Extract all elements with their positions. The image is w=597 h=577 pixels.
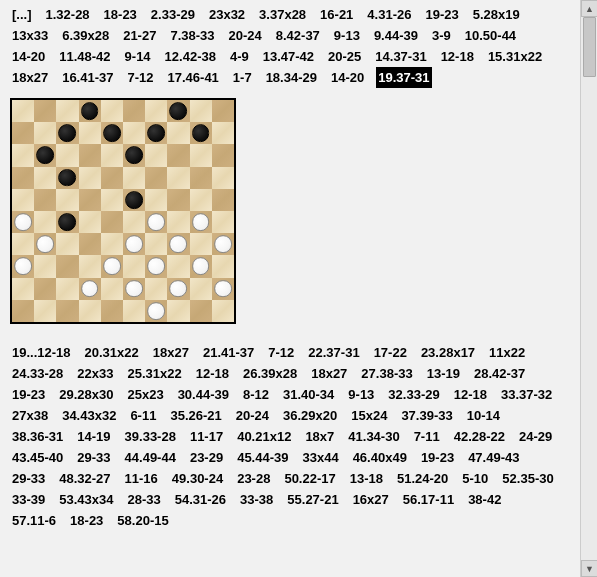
dark-square[interactable] bbox=[167, 189, 189, 211]
dark-square[interactable] bbox=[101, 211, 123, 233]
dark-square[interactable] bbox=[56, 167, 78, 189]
move-token[interactable]: 19...12-18 bbox=[10, 342, 73, 363]
white-piece[interactable] bbox=[14, 213, 32, 231]
move-token[interactable]: 40.21x12 bbox=[235, 426, 293, 447]
dark-square[interactable] bbox=[12, 122, 34, 144]
dark-square[interactable] bbox=[12, 211, 34, 233]
move-token[interactable]: 57.11-6 bbox=[10, 510, 58, 531]
white-piece[interactable] bbox=[214, 280, 232, 298]
move-token[interactable]: 32.33-29 bbox=[386, 384, 441, 405]
move-token[interactable]: 26.39x28 bbox=[241, 363, 299, 384]
dark-square[interactable] bbox=[101, 255, 123, 277]
black-piece[interactable] bbox=[170, 102, 188, 120]
dark-square[interactable] bbox=[12, 167, 34, 189]
move-token[interactable]: 14-20 bbox=[10, 46, 47, 67]
move-token[interactable]: 12.42-38 bbox=[163, 46, 218, 67]
move-token[interactable]: 51.24-20 bbox=[395, 468, 450, 489]
move-token[interactable]: 18x27 bbox=[10, 67, 50, 88]
dark-square[interactable] bbox=[79, 233, 101, 255]
dark-square[interactable] bbox=[167, 278, 189, 300]
dark-square[interactable] bbox=[145, 211, 167, 233]
move-token[interactable]: 33.37-32 bbox=[499, 384, 554, 405]
move-token[interactable]: 6-11 bbox=[128, 405, 158, 426]
move-token[interactable]: 50.22-17 bbox=[282, 468, 337, 489]
move-token[interactable]: 20.31x22 bbox=[83, 342, 141, 363]
dark-square[interactable] bbox=[145, 167, 167, 189]
dark-square[interactable] bbox=[34, 278, 56, 300]
white-piece[interactable] bbox=[36, 235, 54, 253]
move-token[interactable]: 33-39 bbox=[10, 489, 47, 510]
dark-square[interactable] bbox=[212, 278, 234, 300]
move-token[interactable]: 35.26-21 bbox=[168, 405, 223, 426]
move-token[interactable]: 8-12 bbox=[241, 384, 271, 405]
move-token[interactable]: 3-9 bbox=[430, 25, 453, 46]
move-token[interactable]: 49.30-24 bbox=[170, 468, 225, 489]
dark-square[interactable] bbox=[145, 255, 167, 277]
dark-square[interactable] bbox=[123, 189, 145, 211]
move-token[interactable]: 41.34-30 bbox=[346, 426, 401, 447]
black-piece[interactable] bbox=[125, 191, 143, 209]
dark-square[interactable] bbox=[12, 300, 34, 322]
move-token[interactable]: 24.33-28 bbox=[10, 363, 65, 384]
dark-square[interactable] bbox=[79, 189, 101, 211]
move-token[interactable]: 29-33 bbox=[10, 468, 47, 489]
move-token[interactable]: 43.45-40 bbox=[10, 447, 65, 468]
dark-square[interactable] bbox=[34, 189, 56, 211]
dark-square[interactable] bbox=[79, 278, 101, 300]
move-token[interactable]: 14-20 bbox=[329, 67, 366, 88]
move-token[interactable]: 38.36-31 bbox=[10, 426, 65, 447]
move-token[interactable]: 24-29 bbox=[517, 426, 554, 447]
move-token[interactable]: 16-21 bbox=[318, 4, 355, 25]
white-piece[interactable] bbox=[125, 280, 143, 298]
move-token[interactable]: 45.44-39 bbox=[235, 447, 290, 468]
white-piece[interactable] bbox=[147, 302, 165, 320]
move-token[interactable]: 38-42 bbox=[466, 489, 503, 510]
move-token[interactable]: 10.50-44 bbox=[463, 25, 518, 46]
move-token[interactable]: 19-23 bbox=[419, 447, 456, 468]
black-piece[interactable] bbox=[147, 124, 165, 142]
white-piece[interactable] bbox=[170, 235, 188, 253]
dark-square[interactable] bbox=[34, 144, 56, 166]
dark-square[interactable] bbox=[56, 300, 78, 322]
move-token[interactable]: 1.32-28 bbox=[44, 4, 92, 25]
move-token[interactable]: 33x44 bbox=[300, 447, 340, 468]
dark-square[interactable] bbox=[79, 144, 101, 166]
move-token[interactable]: 46.40x49 bbox=[351, 447, 409, 468]
move-token[interactable]: 18x7 bbox=[303, 426, 336, 447]
dark-square[interactable] bbox=[123, 233, 145, 255]
move-token[interactable]: 7-12 bbox=[125, 67, 155, 88]
scroll-down-button[interactable]: ▼ bbox=[581, 560, 597, 577]
move-token[interactable]: 33-38 bbox=[238, 489, 275, 510]
move-token[interactable]: 58.20-15 bbox=[115, 510, 170, 531]
move-token[interactable]: 7-12 bbox=[266, 342, 296, 363]
move-token[interactable]: 20-24 bbox=[227, 25, 264, 46]
move-token[interactable]: 36.29x20 bbox=[281, 405, 339, 426]
move-token[interactable]: 20-25 bbox=[326, 46, 363, 67]
move-token[interactable]: 22x33 bbox=[75, 363, 115, 384]
dark-square[interactable] bbox=[79, 100, 101, 122]
move-token[interactable]: 13-19 bbox=[425, 363, 462, 384]
move-token[interactable]: 18x27 bbox=[309, 363, 349, 384]
move-token[interactable]: 3.37x28 bbox=[257, 4, 308, 25]
current-move[interactable]: 19.37-31 bbox=[376, 67, 431, 88]
dark-square[interactable] bbox=[123, 100, 145, 122]
move-token[interactable]: 16.41-37 bbox=[60, 67, 115, 88]
move-token[interactable]: 53.43x34 bbox=[57, 489, 115, 510]
move-token[interactable]: 4.31-26 bbox=[365, 4, 413, 25]
dark-square[interactable] bbox=[12, 255, 34, 277]
draughts-board[interactable] bbox=[10, 98, 236, 324]
move-token[interactable]: 30.44-39 bbox=[176, 384, 231, 405]
move-token[interactable]: 19-23 bbox=[10, 384, 47, 405]
dark-square[interactable] bbox=[56, 255, 78, 277]
move-token[interactable]: 56.17-11 bbox=[401, 489, 456, 510]
white-piece[interactable] bbox=[125, 235, 143, 253]
move-token[interactable]: 19-23 bbox=[423, 4, 460, 25]
move-token[interactable]: 52.35-30 bbox=[500, 468, 555, 489]
move-token[interactable]: 23.28x17 bbox=[419, 342, 477, 363]
black-piece[interactable] bbox=[59, 213, 77, 231]
dark-square[interactable] bbox=[34, 233, 56, 255]
move-token[interactable]: 8.42-37 bbox=[274, 25, 322, 46]
move-token[interactable]: 17-22 bbox=[372, 342, 409, 363]
move-token[interactable]: 48.32-27 bbox=[57, 468, 112, 489]
scroll-up-button[interactable]: ▲ bbox=[581, 0, 597, 17]
